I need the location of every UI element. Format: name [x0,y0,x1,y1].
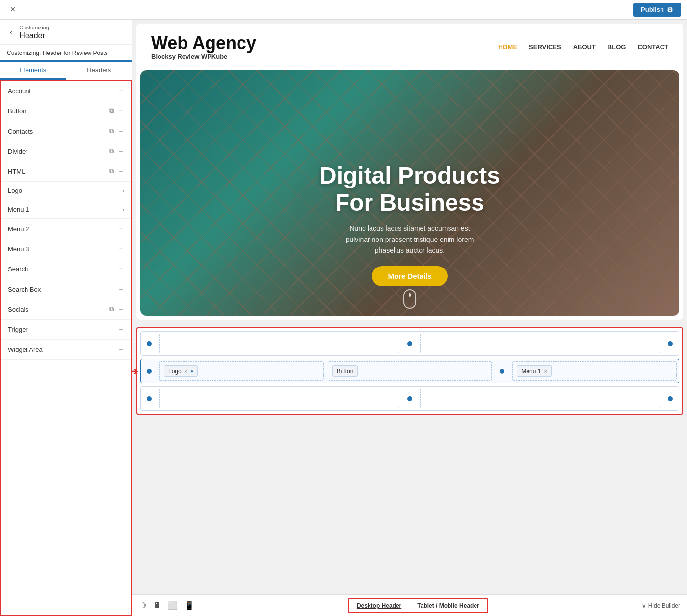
plus-icon-trigger[interactable]: ＋ [118,325,124,334]
publish-button[interactable]: Publish ⚙ [633,3,681,17]
plus-icon-menu3[interactable]: ＋ [118,244,124,253]
list-item-menu3[interactable]: Menu 3 ＋ [1,239,131,259]
element-label-html: HTML [8,168,109,175]
site-nav: HOME SERVICES ABOUT BLOG CONTACT [498,43,668,51]
sidebar-header: ‹ Customizing Header [0,20,132,45]
dot-handle-mid-left [147,369,152,374]
chevron-down-icon: ∨ [642,602,646,609]
list-item-widgetarea[interactable]: Widget Area ＋ [1,340,131,360]
builder-row-top [140,331,679,356]
list-item-search[interactable]: Search ＋ [1,259,131,279]
builder-zone-mid-left[interactable]: Logo × ● [159,361,324,381]
element-label-logo: Logo [8,187,122,194]
element-label-searchbox: Search Box [8,286,118,293]
chevron-icon-logo[interactable]: › [122,187,124,194]
builder-zone-top-center[interactable] [420,334,660,353]
element-actions-widgetarea: ＋ [118,345,124,354]
list-item-menu1[interactable]: Menu 1 › [1,200,131,219]
dot-handle-bot-center [407,396,412,401]
element-actions-button: ⧉ ＋ [109,107,124,115]
tablet-icon[interactable]: ⬜ [168,601,178,610]
plus-icon-search[interactable]: ＋ [118,265,124,273]
element-label-account: Account [8,87,118,95]
plus-icon-account[interactable]: ＋ [118,86,124,95]
bottom-bar: ☽ 🖥 ⬜ 📱 Desktop Header Tablet / Mobile H… [132,594,687,616]
plus-icon-widgetarea[interactable]: ＋ [118,345,124,354]
plus-icon-searchbox[interactable]: ＋ [118,285,124,294]
close-button[interactable]: × [6,3,20,17]
copy-icon-divider[interactable]: ⧉ [109,147,114,155]
list-item-contacts[interactable]: Contacts ⧉ ＋ [1,121,131,141]
tab-elements[interactable]: Elements [0,62,66,80]
dot-handle-bot-left [147,396,152,401]
copy-icon-button[interactable]: ⧉ [109,107,114,115]
chevron-icon-menu1[interactable]: › [122,206,124,213]
mobile-header-tab[interactable]: Tablet / Mobile Header [409,599,487,612]
element-menu1-close[interactable]: × [544,368,547,374]
builder-zone-bot-center[interactable] [420,389,660,408]
nav-about: ABOUT [573,43,596,51]
element-label-contacts: Contacts [8,128,109,135]
element-logo-label: Logo [168,368,182,375]
plus-icon-divider[interactable]: ＋ [118,147,124,156]
scroll-dot [409,293,411,297]
list-item-logo[interactable]: Logo › [1,182,131,200]
list-item-button[interactable]: Button ⧉ ＋ [1,101,131,121]
preview-area: Web Agency Blocksy Review WPKube HOME SE… [132,20,687,594]
builder-zone-top-left[interactable] [159,334,399,353]
element-menu1-label: Menu 1 [521,368,541,375]
plus-icon-html[interactable]: ＋ [118,167,124,176]
element-label-trigger: Trigger [8,326,118,333]
copy-icon-html[interactable]: ⧉ [109,167,114,175]
element-actions-menu2: ＋ [118,224,124,233]
element-actions-divider: ⧉ ＋ [109,147,124,156]
header-builder: ➜ Logo × ● Button [136,327,683,415]
site-tagline: Blocksy Review WPKube [151,53,256,60]
element-label-divider: Divider [8,148,109,155]
moon-icon[interactable]: ☽ [139,601,146,610]
list-item-searchbox[interactable]: Search Box ＋ [1,279,131,299]
copy-icon-socials[interactable]: ⧉ [109,305,114,313]
main-content: Web Agency Blocksy Review WPKube HOME SE… [132,20,687,616]
top-bar: × Publish ⚙ [0,0,687,20]
plus-icon-contacts[interactable]: ＋ [118,127,124,135]
plus-icon-socials[interactable]: ＋ [118,305,124,314]
hide-builder[interactable]: ∨ Hide Builder [642,602,680,609]
hero-content: Digital ProductsFor Business Nunc lacus … [140,162,679,286]
list-item-trigger[interactable]: Trigger ＋ [1,320,131,340]
nav-home: HOME [498,43,517,51]
list-item-account[interactable]: Account ＋ [1,81,131,101]
element-actions-socials: ⧉ ＋ [109,305,124,314]
dot-handle-top-right [668,341,673,346]
builder-zone-mid-right[interactable]: Menu 1 × [512,361,677,381]
back-button[interactable]: ‹ [7,27,15,38]
desktop-icon[interactable]: 🖥 [153,601,161,610]
dot-handle-top-center [407,341,412,346]
list-item-html[interactable]: HTML ⧉ ＋ [1,161,131,182]
builder-zone-mid-center[interactable]: Button [328,361,492,381]
sidebar: ‹ Customizing Header Customizing: Header… [0,20,132,616]
scroll-indicator [403,289,416,309]
hero-button[interactable]: More Details [372,266,447,286]
sidebar-content: Account ＋ Button ⧉ ＋ Contacts ⧉ ＋ [0,80,132,616]
copy-icon-contacts[interactable]: ⧉ [109,127,114,135]
plus-icon-menu2[interactable]: ＋ [118,224,124,233]
mobile-icon[interactable]: 📱 [185,601,194,610]
website-preview: Web Agency Blocksy Review WPKube HOME SE… [136,24,683,320]
builder-zone-bot-left[interactable] [159,389,399,408]
builder-row-middle: ➜ Logo × ● Button [140,359,679,383]
site-name: Web Agency [151,33,256,53]
tab-headers[interactable]: Headers [66,62,132,80]
element-button-label: Button [337,368,354,375]
desktop-header-tab[interactable]: Desktop Header [349,599,409,612]
list-item-menu2[interactable]: Menu 2 ＋ [1,219,131,239]
list-item-divider[interactable]: Divider ⧉ ＋ [1,141,131,161]
plus-icon-button[interactable]: ＋ [118,107,124,115]
hero-description: Nunc lacus lacus sitamet accumsan estpul… [140,223,679,256]
element-label-widgetarea: Widget Area [8,346,118,353]
hide-builder-label: Hide Builder [648,602,680,609]
builder-row-bottom [140,386,679,411]
list-item-socials[interactable]: Socials ⧉ ＋ [1,299,131,320]
customizing-label: Customizing [19,25,49,31]
element-logo-close[interactable]: × [185,368,187,374]
